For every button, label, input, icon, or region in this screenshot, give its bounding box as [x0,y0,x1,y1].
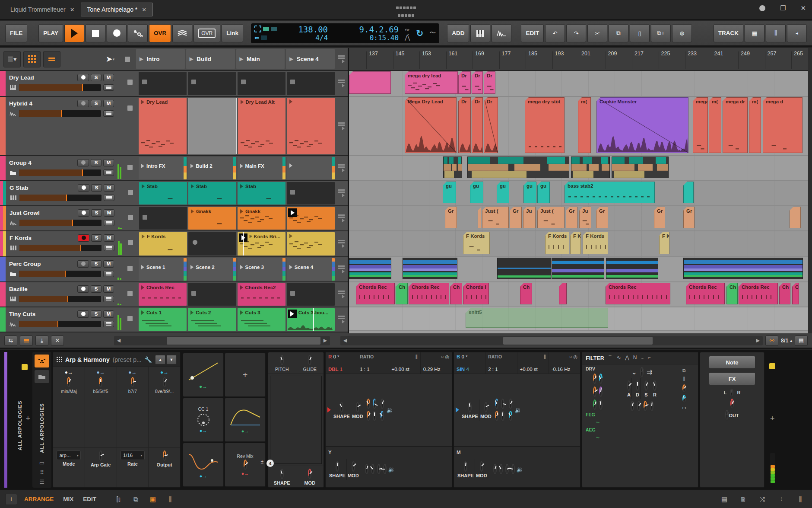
pointer-tool-icon[interactable]: ➤▾ [100,50,120,68]
solo-button[interactable]: S [91,184,102,192]
clip-slot-1[interactable] [139,207,187,230]
clip-slot-3[interactable]: Cuts 3 [238,308,285,331]
link-views-icon[interactable]: ⧉ [129,495,142,503]
arranger-clip[interactable] [349,258,391,279]
knob-dial[interactable] [382,399,383,408]
mute-button[interactable]: M [104,234,114,242]
arranger-clip-mega-dry-lead[interactable]: mega dry lead [405,71,458,94]
arranger-clip-snitt5[interactable]: snitt5 [466,308,608,328]
preset-up-icon[interactable]: ▲ [155,355,165,364]
knob-min/maj[interactable] [67,377,70,387]
track-menu-icon[interactable] [104,245,114,251]
clip-menu-icon[interactable] [338,316,345,323]
arranger-lane-2[interactable]: Mega Dry LeadDrDrDrmega dry stötm(Cookie… [349,97,812,156]
knob-dial[interactable] [282,356,282,364]
knob-s[interactable]: S [644,378,649,399]
mute-button[interactable]: M [103,159,114,166]
arp-gate-knob[interactable]: Arp Gate [85,448,117,487]
clip-slot-2[interactable] [188,98,237,154]
knob-dial[interactable] [594,387,595,396]
stop-clips-button[interactable] [127,316,133,321]
group-scene-slot-4[interactable] [287,157,335,179]
solo-button[interactable]: S [91,234,102,242]
arranger-clip-gr[interactable]: Gr [654,207,665,228]
knob-pitch[interactable]: PITCH [268,352,296,374]
clip-slot-4[interactable] [287,232,335,256]
arranger-clip-chords-l[interactable]: Chords l [463,283,489,304]
mini-fader-icon[interactable]: ⫼ [683,376,685,382]
arranger-clip[interactable] [683,258,803,279]
device-title[interactable]: Arp & Harmony [65,356,110,363]
wrench-icon[interactable]: 🔧 [145,356,152,363]
device-preset[interactable]: (preset p... [113,356,142,363]
arranger-clip-ch[interactable]: Ch [450,283,462,304]
columns-icon[interactable]: ⫼ [164,495,177,503]
arranger-clip-dr[interactable]: Dr [472,71,483,94]
clip-slot-4[interactable] [287,207,335,230]
arranger-clip-m-[interactable]: m( [578,97,591,153]
osc-id[interactable]: R [328,354,332,359]
speaker-icon[interactable]: 🔉 [388,466,395,473]
track-menu-icon[interactable] [103,321,114,327]
arp-rate-select[interactable]: 1/16▾ [121,450,145,460]
semitone-value[interactable]: +0.00 st [392,367,418,372]
knob-dial[interactable] [68,378,69,386]
record-arm-button[interactable] [78,209,89,217]
device-enabled-icon[interactable] [35,355,49,367]
arranger-lane-8[interactable]: Chords RecChChords RecChChords lChChords… [349,282,812,307]
knob-shape[interactable] [468,402,472,412]
arranger-clip-gr[interactable]: Gr [510,207,522,228]
track-header[interactable]: Perc GroupSM [6,257,117,281]
knob[interactable] [682,395,686,403]
io-square-icon[interactable] [22,364,28,370]
scroll-thumb[interactable] [503,337,653,345]
arranger-clip-f-k[interactable]: F K [659,232,669,254]
project-tab-2[interactable]: Tone Archipelago * ✕ [81,3,153,16]
arranger-lane-3[interactable] [349,156,812,181]
volume-fader[interactable] [19,110,101,117]
add-button[interactable]: ADD [447,24,469,42]
clip-slot-4[interactable] [287,98,335,154]
clip-slot-2[interactable]: Cuts 2 [188,308,236,331]
solo-button[interactable]: S [91,100,102,107]
filter-type-bandpass-icon[interactable]: ⋀ [625,355,629,362]
feg-label[interactable]: FEG [584,412,595,417]
stop-clips-button[interactable] [127,80,133,85]
phase-icon[interactable]: ○ [441,354,444,359]
position-display[interactable]: 9.4.2.69 [334,26,399,34]
knob-shape[interactable]: SHAPE [268,466,296,487]
record-arm-button[interactable] [77,310,89,318]
knob-dial[interactable] [507,465,508,473]
knob-dial[interactable] [337,462,338,470]
mute-button[interactable]: M [103,260,114,268]
knob-s[interactable] [644,380,648,391]
status-circle-icon[interactable] [759,5,765,11]
xy-pad[interactable]: 4 [270,376,322,464]
arrow-icon[interactable]: ↦ [682,405,686,411]
loop-icon[interactable]: ↻ [416,28,423,38]
knob-d[interactable] [636,380,639,391]
arranger-clip-m-[interactable]: m( [709,97,721,153]
mute-button[interactable]: M [104,184,114,192]
solo-button[interactable]: S [91,285,102,293]
redo-icon[interactable]: ↷ [566,24,586,42]
knob-mod[interactable]: MOD [347,459,360,480]
copy-env-icon[interactable]: ⧉ [682,368,686,374]
scroll-left-icon[interactable]: ◀ [340,338,350,343]
arranger-clip-f-kords[interactable]: F Kords [463,232,490,254]
copy-icon[interactable]: ⧉ [609,24,628,42]
arranger-lane-6[interactable]: F KordsF KordsF KF KordsF K [349,231,812,257]
knob-dial[interactable] [282,470,282,478]
arp-output-knob[interactable]: Output [149,448,180,487]
arranger-clip[interactable] [349,71,391,94]
knob[interactable] [381,399,384,409]
note-fx-button[interactable]: Note [709,356,755,369]
knob-dial[interactable] [368,399,369,408]
knob-shape[interactable]: SHAPE [457,459,475,480]
knob[interactable] [373,399,376,409]
filter-type-comb-icon[interactable]: ⨪ [641,355,644,362]
clip-slot-4[interactable]: Cuts 3-bou... [287,308,335,331]
knob[interactable] [377,464,381,474]
arranger-clip-dr[interactable]: Dr [472,97,483,153]
knob[interactable] [682,384,686,392]
